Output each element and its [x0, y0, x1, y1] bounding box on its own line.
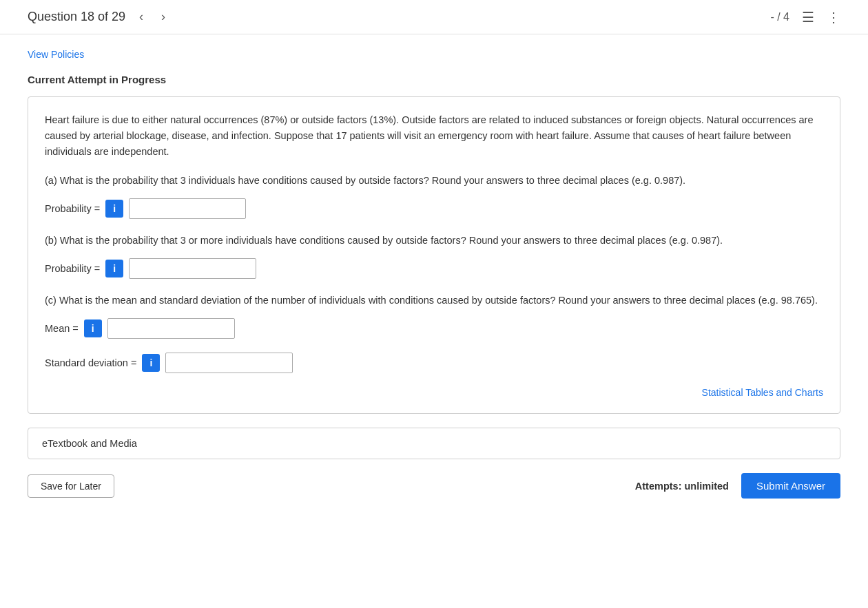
part-a-input[interactable] — [129, 198, 246, 219]
sd-label: Standard deviation = — [45, 357, 136, 368]
mean-input-row: Mean = i — [45, 318, 823, 339]
etextbook-box: eTextbook and Media — [28, 428, 840, 459]
footer: Save for Later Attempts: unlimited Submi… — [28, 473, 840, 505]
part-a-text: (a) What is the probability that 3 indiv… — [45, 173, 823, 189]
list-icon[interactable]: ☰ — [802, 9, 814, 25]
statistical-tables-link[interactable]: Statistical Tables and Charts — [45, 387, 823, 398]
question-passage: Heart failure is due to either natural o… — [45, 112, 823, 160]
mean-input[interactable] — [107, 318, 235, 339]
etextbook-label: eTextbook and Media — [42, 438, 137, 449]
part-b-input-row: Probability = i — [45, 258, 823, 279]
sd-input[interactable] — [165, 353, 293, 373]
header: Question 18 of 29 ‹ › - / 4 ☰ ⋮ — [0, 0, 868, 34]
part-a-info-button[interactable]: i — [105, 200, 123, 218]
part-b-info-button[interactable]: i — [105, 260, 123, 277]
part-a-label: Probability = — [45, 203, 100, 214]
view-policies-link[interactable]: View Policies — [28, 49, 84, 60]
more-options-icon[interactable]: ⋮ — [827, 9, 840, 25]
sd-input-row: Standard deviation = i — [45, 353, 823, 373]
footer-right: Attempts: unlimited Submit Answer — [635, 473, 840, 499]
next-question-button[interactable]: › — [157, 8, 169, 25]
question-box: Heart failure is due to either natural o… — [28, 96, 840, 414]
part-b-text: (b) What is the probability that 3 or mo… — [45, 233, 823, 249]
mean-info-button[interactable]: i — [84, 319, 102, 337]
header-right: - / 4 ☰ ⋮ — [770, 9, 840, 25]
part-c-text: (c) What is the mean and standard deviat… — [45, 293, 823, 308]
header-left: Question 18 of 29 ‹ › — [28, 8, 169, 25]
part-b-input[interactable] — [129, 258, 256, 279]
prev-question-button[interactable]: ‹ — [135, 8, 147, 25]
save-for-later-button[interactable]: Save for Later — [28, 474, 114, 498]
mean-label: Mean = — [45, 323, 79, 334]
attempts-label: Attempts: unlimited — [635, 481, 729, 492]
part-b-label: Probability = — [45, 263, 100, 274]
attempt-status: Current Attempt in Progress — [28, 74, 840, 85]
sd-info-button[interactable]: i — [142, 354, 160, 372]
main-content: View Policies Current Attempt in Progres… — [0, 34, 868, 526]
submit-answer-button[interactable]: Submit Answer — [741, 473, 840, 499]
question-title: Question 18 of 29 — [28, 10, 125, 24]
page-count: - / 4 — [770, 11, 789, 23]
part-a-input-row: Probability = i — [45, 198, 823, 219]
